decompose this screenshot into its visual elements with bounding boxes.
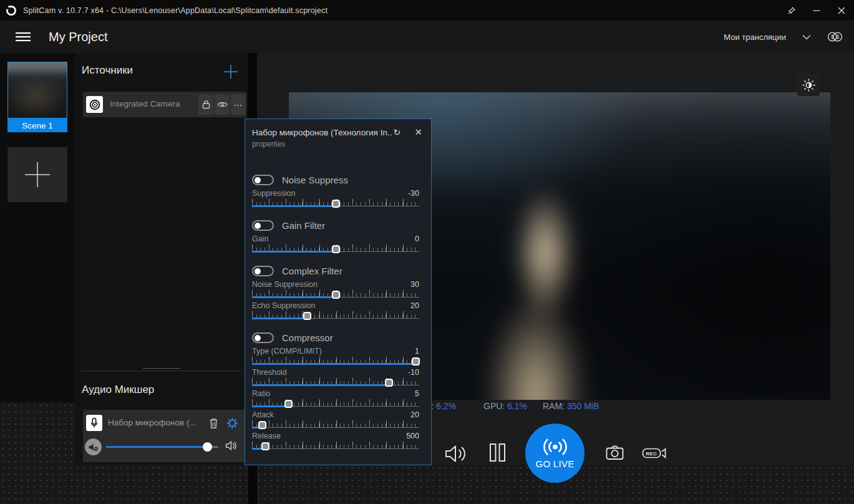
add-scene-button[interactable] bbox=[7, 147, 67, 202]
slider-threshold: Threshold -10 bbox=[252, 368, 419, 385]
panel-splitter-handle[interactable] bbox=[81, 368, 242, 373]
slider-handle[interactable] bbox=[332, 245, 340, 253]
chevron-down-icon[interactable] bbox=[802, 34, 811, 40]
toggle-compressor[interactable]: Compressor bbox=[252, 332, 431, 343]
camera-icon bbox=[605, 444, 624, 461]
slider-track[interactable] bbox=[252, 442, 419, 449]
volume-fill bbox=[106, 446, 207, 448]
popup-close-button[interactable]: ✕ bbox=[412, 127, 425, 138]
slider-gain: Gain 0 bbox=[252, 235, 419, 252]
toggle-switch[interactable] bbox=[252, 175, 274, 185]
gpu-stat: GPU: 6.1% bbox=[483, 401, 527, 411]
toggle-label: Complex Filter bbox=[282, 266, 342, 276]
slider-handle[interactable] bbox=[258, 421, 266, 429]
add-source-button[interactable] bbox=[222, 63, 240, 80]
toggle-visibility-button[interactable] bbox=[215, 94, 230, 115]
brightness-button[interactable] bbox=[797, 74, 820, 96]
slider-track[interactable] bbox=[252, 378, 419, 385]
ram-stat: RAM: 350 MiB bbox=[543, 401, 599, 411]
pause-button[interactable] bbox=[488, 442, 506, 462]
slider-track[interactable] bbox=[252, 399, 419, 407]
toggle-complex-filter[interactable]: Complex Filter bbox=[252, 266, 431, 276]
slider-handle[interactable] bbox=[261, 442, 269, 450]
slider-value: 20 bbox=[410, 410, 419, 420]
refresh-icon[interactable]: ↻ bbox=[393, 127, 400, 137]
slider-value: 30 bbox=[410, 280, 419, 289]
record-button[interactable]: REC bbox=[642, 445, 667, 461]
slider-type: Type (COMP/LIMIT) 1 bbox=[252, 347, 419, 364]
slider-handle[interactable] bbox=[284, 400, 293, 408]
pin-on-top-button[interactable] bbox=[779, 0, 804, 21]
rec-icon: REC bbox=[642, 445, 667, 461]
toggle-label: Gain Filter bbox=[282, 220, 325, 231]
slider-track[interactable] bbox=[252, 245, 419, 252]
microphone-properties-popup: Набор микрофонов (Технология In.. ↻ ✕ pr… bbox=[245, 119, 432, 465]
toggle-switch[interactable] bbox=[252, 332, 274, 343]
webcam-icon bbox=[86, 96, 103, 113]
source-more-options-button[interactable]: ⋯ bbox=[231, 94, 246, 115]
slider-value: -30 bbox=[408, 189, 419, 198]
slider-handle[interactable] bbox=[385, 379, 393, 387]
minimize-button[interactable] bbox=[804, 0, 829, 21]
mixer-device-name: Набор микрофонов (... bbox=[108, 418, 197, 427]
volume-slider[interactable] bbox=[106, 446, 218, 448]
volume-handle[interactable] bbox=[203, 442, 212, 452]
source-item-integrated-camera[interactable]: Integrated Camera ⋯ bbox=[83, 92, 246, 117]
slider-track[interactable] bbox=[252, 420, 419, 428]
hamburger-menu-button[interactable] bbox=[12, 27, 34, 46]
slider-label: Threshold bbox=[252, 368, 287, 377]
slider-track[interactable] bbox=[252, 199, 419, 206]
slider-label: Gain bbox=[252, 235, 268, 244]
eye-icon bbox=[217, 101, 228, 108]
donations-icon[interactable]: $ $ bbox=[827, 31, 843, 42]
slider-handle[interactable] bbox=[332, 291, 340, 299]
slider-label: Suppression bbox=[252, 189, 296, 198]
scene-1-thumbnail[interactable] bbox=[7, 62, 67, 119]
remove-audio-source-button[interactable] bbox=[207, 417, 220, 429]
toggle-noise-suppress[interactable]: Noise Suppress bbox=[252, 175, 431, 185]
lock-source-button[interactable] bbox=[198, 94, 213, 115]
slider-label: Ratio bbox=[252, 389, 270, 399]
slider-value: 1 bbox=[415, 347, 419, 356]
my-streams-dropdown[interactable]: Мои трансляции bbox=[724, 32, 786, 42]
lock-icon bbox=[202, 100, 210, 109]
slider-ratio: Ratio 5 bbox=[252, 389, 419, 407]
broadcast-icon bbox=[541, 437, 570, 457]
slider-label: Echo Suppression bbox=[252, 301, 315, 311]
splitcam-logo-icon bbox=[6, 5, 17, 16]
slider-handle[interactable] bbox=[303, 312, 311, 320]
toggle-switch[interactable] bbox=[252, 266, 274, 276]
brightness-icon bbox=[802, 79, 815, 92]
speaker-icon bbox=[225, 440, 238, 451]
popup-title: Набор микрофонов (Технология In.. bbox=[252, 128, 392, 137]
audio-settings-button[interactable] bbox=[226, 417, 238, 429]
source-name: Integrated Camera bbox=[110, 99, 180, 109]
toggle-switch[interactable] bbox=[252, 220, 274, 231]
close-button[interactable] bbox=[829, 0, 854, 21]
scenes-column: Scene 1 bbox=[0, 53, 75, 402]
slider-release: Release 500 bbox=[252, 432, 419, 449]
scene-1-preview-image bbox=[7, 62, 67, 119]
audio-mixer-title: Аудио Микшер bbox=[82, 384, 154, 396]
slider-track[interactable] bbox=[252, 357, 419, 364]
mixer-item-microphone[interactable]: Набор микрофонов (... bbox=[83, 410, 246, 462]
plus-icon bbox=[23, 160, 52, 189]
toggle-gain-filter[interactable]: Gain Filter bbox=[252, 220, 431, 231]
slider-track[interactable] bbox=[252, 311, 419, 319]
splitcam-window: SplitCam v. 10.7.7 x64 - C:\Users\Lenous… bbox=[0, 0, 854, 504]
snapshot-button[interactable] bbox=[604, 443, 624, 461]
ellipsis-icon: ⋯ bbox=[234, 102, 243, 108]
slider-handle[interactable] bbox=[332, 200, 340, 208]
mute-button[interactable] bbox=[85, 439, 102, 455]
slider-noise-suppression: Noise Suppression 30 bbox=[252, 280, 419, 298]
app-header: My Project Мои трансляции $ $ bbox=[0, 21, 854, 53]
audio-monitor-button[interactable] bbox=[444, 443, 467, 463]
project-title: My Project bbox=[49, 30, 107, 44]
gear-icon bbox=[226, 417, 238, 429]
window-title: SplitCam v. 10.7.7 x64 - C:\Users\Lenous… bbox=[23, 6, 328, 15]
speaker-muted-icon bbox=[88, 443, 99, 452]
slider-handle[interactable] bbox=[412, 357, 420, 366]
slider-track[interactable] bbox=[252, 290, 419, 298]
go-live-button[interactable]: GO LIVE bbox=[525, 424, 585, 483]
toggle-label: Compressor bbox=[282, 332, 333, 343]
